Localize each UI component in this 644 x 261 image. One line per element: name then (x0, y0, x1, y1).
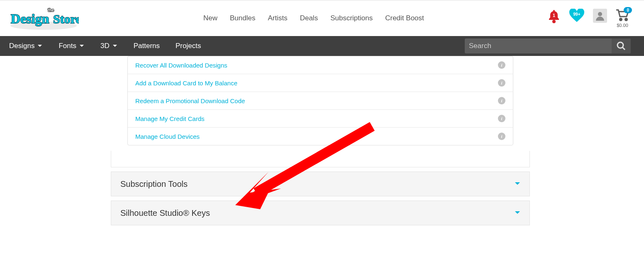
wishlist-icon[interactable]: 99+ (569, 9, 585, 23)
svg-point-6 (620, 19, 622, 21)
link-recover-downloaded[interactable]: Recover All Downloaded Designs (135, 62, 227, 69)
list-item[interactable]: Add a Download Card to My Balance i (128, 74, 513, 92)
notifications-icon[interactable]: 1 (547, 9, 561, 24)
cart-count: 0 (624, 7, 632, 13)
accordion-title: Subscription Tools (120, 179, 188, 189)
main-content: Recover All Downloaded Designs i Add a D… (111, 56, 530, 225)
svg-point-8 (617, 42, 623, 48)
nav-designs-label: Designs (9, 42, 34, 50)
link-manage-cloud-devices[interactable]: Manage Cloud Devices (135, 133, 200, 140)
nav-projects[interactable]: Projects (176, 42, 201, 50)
link-redeem-promo-code[interactable]: Redeem a Promotional Download Code (135, 97, 245, 104)
link-add-download-card[interactable]: Add a Download Card to My Balance (135, 80, 237, 87)
header-icons: 1 99+ 0 $0.00 (547, 9, 636, 28)
header: Design Store the New Bundles Artists Dea… (0, 0, 644, 36)
secondary-nav: Designs Fonts 3D Patterns Projects (0, 36, 644, 56)
svg-line-9 (622, 47, 625, 50)
nav-subscriptions[interactable]: Subscriptions (330, 14, 373, 22)
main-nav: New Bundles Artists Deals Subscriptions … (203, 14, 424, 22)
nav-credit-boost[interactable]: Credit Boost (385, 14, 424, 22)
search-wrap (465, 39, 631, 53)
chevron-down-icon (37, 43, 43, 49)
info-icon[interactable]: i (498, 133, 505, 140)
accordion-subscription-tools[interactable]: Subscription Tools (111, 172, 530, 196)
nav-designs[interactable]: Designs (9, 42, 43, 50)
cart-total: $0.00 (617, 23, 628, 28)
info-icon[interactable]: i (498, 79, 505, 87)
wishlist-count: 99+ (569, 12, 585, 17)
list-item[interactable]: Manage My Credit Cards i (128, 110, 513, 128)
svg-text:Store: Store (53, 12, 79, 26)
nav-3d[interactable]: 3D (100, 42, 118, 50)
nav-new[interactable]: New (203, 14, 217, 22)
nav-fonts[interactable]: Fonts (59, 42, 85, 50)
nav-patterns-label: Patterns (134, 42, 160, 50)
nav-patterns[interactable]: Patterns (134, 42, 160, 50)
nav-fonts-label: Fonts (59, 42, 76, 50)
list-item[interactable]: Redeem a Promotional Download Code i (128, 92, 513, 110)
section-bottom-border (111, 151, 530, 167)
svg-point-7 (625, 19, 627, 21)
accordion-title: Silhouette Studio® Keys (120, 208, 210, 218)
notification-count: 1 (547, 13, 561, 18)
svg-point-5 (598, 12, 602, 16)
chevron-down-icon (79, 43, 85, 49)
search-icon (617, 41, 626, 51)
info-icon[interactable]: i (498, 97, 505, 104)
search-button[interactable] (612, 39, 631, 53)
nav-projects-label: Projects (176, 42, 201, 50)
account-links-list: Recover All Downloaded Designs i Add a D… (127, 56, 513, 145)
info-icon[interactable]: i (498, 61, 505, 69)
chevron-down-icon (112, 43, 118, 49)
accordion-silhouette-studio-keys[interactable]: Silhouette Studio® Keys (111, 201, 530, 225)
search-input[interactable] (465, 42, 612, 50)
nav-deals[interactable]: Deals (300, 14, 318, 22)
caret-down-icon (515, 182, 520, 186)
nav-artists[interactable]: Artists (268, 14, 287, 22)
svg-text:the: the (48, 8, 54, 12)
svg-text:Design: Design (11, 11, 49, 26)
link-manage-credit-cards[interactable]: Manage My Credit Cards (135, 115, 205, 122)
user-icon[interactable] (593, 9, 607, 23)
cart[interactable]: 0 $0.00 (615, 9, 629, 28)
list-item[interactable]: Recover All Downloaded Designs i (128, 56, 513, 74)
nav-bundles[interactable]: Bundles (230, 14, 255, 22)
logo[interactable]: Design Store the (8, 6, 79, 31)
caret-down-icon (515, 211, 520, 215)
list-item[interactable]: Manage Cloud Devices i (128, 128, 513, 145)
svg-point-4 (552, 20, 556, 23)
info-icon[interactable]: i (498, 115, 505, 122)
nav-3d-label: 3D (100, 42, 110, 50)
